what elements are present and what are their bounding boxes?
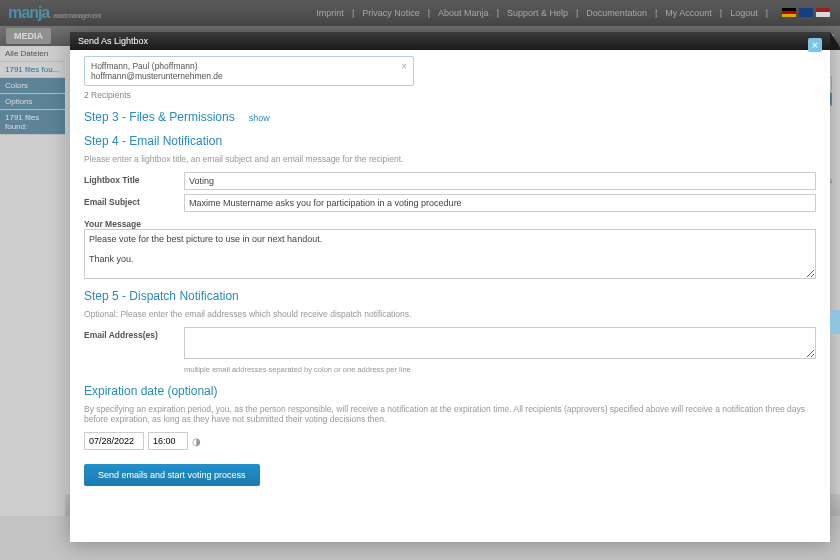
expiration-hint: By specifying an expiration period, you,… [84,404,816,424]
email-addresses-label: Email Address(es) [84,327,184,340]
step4-hint: Please enter a lightbox title, an email … [84,154,816,164]
send-emails-button[interactable]: Send emails and start voting process [84,464,260,486]
step4-heading: Step 4 - Email Notification [84,134,816,148]
step5-heading: Step 5 - Dispatch Notification [84,289,816,303]
email-addresses-input[interactable] [184,327,816,359]
step3-heading: Step 3 - Files & Permissionsshow [84,110,816,124]
recipient-chip[interactable]: Hoffmann, Paul (phoffmann) hoffmann@must… [84,56,414,86]
remove-recipient-icon[interactable]: × [401,61,407,72]
message-textarea[interactable] [84,229,816,279]
emails-helper: multiple email addresses separated by co… [184,365,816,374]
send-lightbox-modal: × Send As Lightbox Hoffmann, Paul (phoff… [70,32,830,542]
expiration-time-input[interactable] [148,432,188,450]
lightbox-title-input[interactable] [184,172,816,190]
close-icon[interactable]: × [808,38,822,52]
modal-title: Send As Lightbox [70,32,830,50]
step5-hint: Optional: Please enter the email address… [84,309,816,319]
expiration-heading: Expiration date (optional) [84,384,816,398]
show-link[interactable]: show [249,113,270,123]
recipients-count: 2 Recipients [84,90,816,100]
clock-icon[interactable]: ◑ [192,436,201,447]
side-handle[interactable] [830,310,840,334]
expiration-date-input[interactable] [84,432,144,450]
lightbox-title-label: Lightbox Title [84,172,184,185]
email-subject-input[interactable] [184,194,816,212]
your-message-label: Your Message [84,216,141,229]
email-subject-label: Email Subject [84,194,184,207]
